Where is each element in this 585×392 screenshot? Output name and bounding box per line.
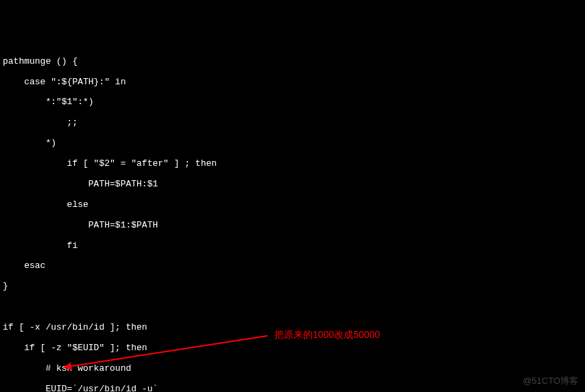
code-line: } bbox=[3, 282, 582, 292]
code-line: if [ "$2" = "after" ] ; then bbox=[3, 159, 582, 169]
watermark: @51CTO博客 bbox=[523, 376, 578, 387]
annotation-text: 把原来的1000改成50000 bbox=[274, 329, 380, 340]
code-line: *) bbox=[3, 138, 582, 149]
code-line: PATH=$PATH:$1 bbox=[3, 180, 582, 190]
code-line: EUID=`/usr/bin/id -u` bbox=[3, 384, 582, 392]
code-line: ;; bbox=[3, 118, 582, 128]
code-line: fi bbox=[3, 241, 582, 252]
code-line: PATH=$1:$PATH bbox=[3, 221, 582, 231]
code-line: esac bbox=[3, 261, 582, 271]
code-line: *:"$1":*) bbox=[3, 97, 582, 108]
code-line: # ksh workaround bbox=[3, 364, 582, 374]
code-line: if [ -z "$EUID" ]; then bbox=[3, 343, 582, 354]
code-line: case ":${PATH}:" in bbox=[3, 77, 582, 88]
code-line: pathmunge () { bbox=[3, 57, 582, 67]
code-line: else bbox=[3, 200, 582, 210]
